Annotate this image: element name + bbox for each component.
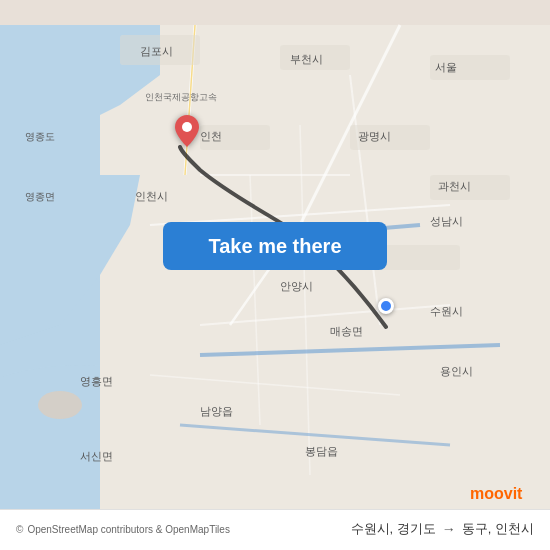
origin-pin xyxy=(378,298,394,314)
svg-text:인천시: 인천시 xyxy=(135,190,168,202)
svg-point-6 xyxy=(38,391,82,419)
svg-text:영흥면: 영흥면 xyxy=(80,375,113,387)
origin-label: 수원시, 경기도 xyxy=(351,520,436,538)
svg-text:인천국제공항고속: 인천국제공항고속 xyxy=(145,92,217,102)
route-arrow: → xyxy=(442,521,456,537)
destination-pin xyxy=(175,115,199,151)
svg-text:매송면: 매송면 xyxy=(330,325,363,337)
svg-text:영종면: 영종면 xyxy=(25,191,55,202)
svg-text:김포시: 김포시 xyxy=(140,45,173,57)
copyright-icon: © xyxy=(16,524,23,535)
svg-text:광명시: 광명시 xyxy=(358,130,391,142)
bottom-bar: © OpenStreetMap contributors & OpenMapTi… xyxy=(0,509,550,550)
svg-text:서신면: 서신면 xyxy=(80,450,113,462)
attribution: © OpenStreetMap contributors & OpenMapTi… xyxy=(16,524,345,535)
map-container: 김포시 부천시 서울 광명시 과천시 성남시 인천 인천시 안양시 매송면 수원… xyxy=(0,0,550,550)
svg-text:용인시: 용인시 xyxy=(440,365,473,377)
svg-text:남양읍: 남양읍 xyxy=(200,405,233,417)
destination-label: 동구, 인천시 xyxy=(462,520,534,538)
svg-text:과천시: 과천시 xyxy=(438,180,471,192)
route-info: 수원시, 경기도 → 동구, 인천시 xyxy=(351,520,534,538)
svg-text:안양시: 안양시 xyxy=(280,280,313,292)
svg-text:영종도: 영종도 xyxy=(25,131,55,142)
svg-text:봉담읍: 봉담읍 xyxy=(305,445,338,457)
svg-text:부천시: 부천시 xyxy=(290,53,323,65)
svg-rect-29 xyxy=(380,245,460,270)
svg-point-50 xyxy=(182,122,192,132)
svg-text:성남시: 성남시 xyxy=(430,215,463,227)
svg-text:인천: 인천 xyxy=(200,130,222,142)
attribution-text: OpenStreetMap contributors & OpenMapTile… xyxy=(27,524,230,535)
svg-text:수원시: 수원시 xyxy=(430,305,463,317)
take-me-there-button[interactable]: Take me there xyxy=(163,222,387,270)
moovit-logo: moovit xyxy=(470,482,540,508)
svg-text:서울: 서울 xyxy=(435,61,457,73)
svg-text:moovit: moovit xyxy=(470,485,523,502)
